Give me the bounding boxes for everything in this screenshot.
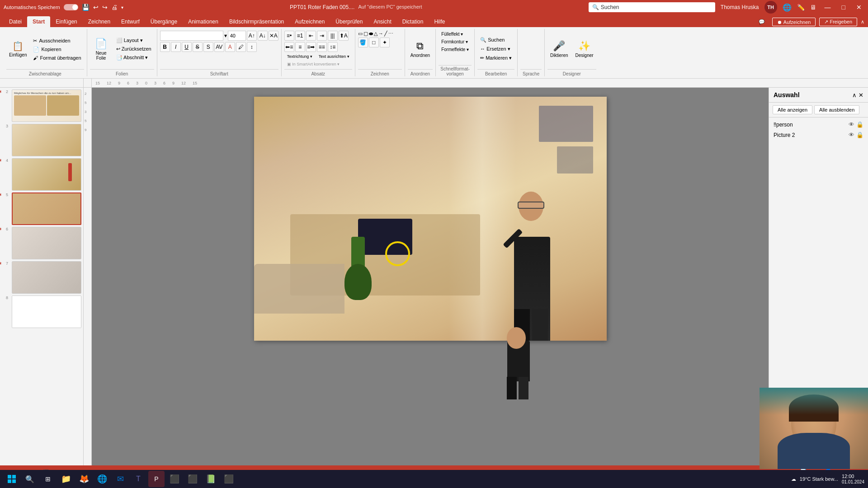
taskbar-app2[interactable]: ⬛: [184, 471, 201, 487]
neue-folie-button[interactable]: 📄 NeueFolie: [90, 36, 113, 62]
taskbar-app1[interactable]: ⬛: [166, 471, 183, 487]
smartart-button[interactable]: ▣ In SmartArt konvertieren ▾: [284, 61, 352, 67]
fülleffekt-button[interactable]: Fülleffekt ▾: [439, 31, 472, 38]
taskbar-browser[interactable]: 🦊: [76, 471, 92, 487]
einfügen-button[interactable]: 📋 Einfügen: [6, 39, 29, 59]
tab-entwurf[interactable]: Entwurf: [116, 16, 145, 27]
search-taskbar[interactable]: 🔍: [22, 471, 38, 487]
person-lock-icon[interactable]: 🔒: [856, 121, 863, 128]
tab-ansicht[interactable]: Ansicht: [368, 16, 396, 27]
font-decrease-button[interactable]: A↓: [258, 31, 268, 41]
tab-hilfe[interactable]: Hilfe: [429, 16, 450, 27]
justify-button[interactable]: ≡≡: [317, 42, 327, 52]
slide-canvas[interactable]: [254, 97, 607, 341]
font-size-input[interactable]: [228, 31, 246, 41]
anordnen-button[interactable]: ⧉ Anordnen: [408, 38, 433, 60]
tab-animationen[interactable]: Animationen: [183, 16, 224, 27]
start-button[interactable]: [4, 471, 20, 487]
align-right-button[interactable]: ≡➡: [306, 42, 316, 52]
freigeben-button[interactable]: ↗ Freigeben: [819, 18, 857, 26]
slide-thumb-4[interactable]: 4 ✱: [2, 158, 81, 191]
indent-more-button[interactable]: ⇥: [317, 31, 327, 41]
aufzeichnen-button[interactable]: ⏺ Aufzeichnen: [772, 18, 816, 26]
tab-einfügen[interactable]: Einfügen: [50, 16, 82, 27]
slide-img-4[interactable]: [12, 158, 81, 191]
ersetzen-button[interactable]: ↔ Ersetzen ▾: [477, 45, 514, 53]
line-shape[interactable]: ╱: [384, 31, 387, 37]
list-bullet-button[interactable]: ≡•: [284, 31, 294, 41]
ribbon-collapse-button[interactable]: ∧: [861, 18, 864, 26]
monitor-icon[interactable]: 🖥: [810, 4, 816, 11]
font-increase-button[interactable]: A↑: [247, 31, 257, 41]
rounded-rect-shape[interactable]: ▢: [363, 31, 368, 37]
list-num-button[interactable]: ≡1: [295, 31, 305, 41]
taskbar-teams[interactable]: T: [130, 471, 146, 487]
taskbar-file-manager[interactable]: 📁: [58, 471, 74, 487]
slide-thumb-8[interactable]: 8: [2, 296, 81, 328]
align-center-button[interactable]: ≡: [295, 42, 305, 52]
formkontur-button[interactable]: Formkontur ▾: [439, 38, 472, 45]
markieren-button[interactable]: ✏ Markieren ▾: [477, 54, 514, 62]
redo-icon[interactable]: ↪: [102, 4, 108, 11]
bold-button[interactable]: B: [160, 42, 170, 52]
tab-datei[interactable]: Datei: [4, 16, 27, 27]
slide-thumb-2[interactable]: 2 ✱ Mögliches für Menschen die zu tun ha…: [2, 89, 81, 122]
shadow-button[interactable]: S: [203, 42, 213, 52]
clear-format-button[interactable]: ✕A: [269, 31, 278, 41]
zurücksetzen-button[interactable]: ↩ Zurücksetzen: [113, 45, 154, 53]
picture2-visibility-icon[interactable]: 👁: [849, 131, 854, 138]
undo-icon[interactable]: ↩: [93, 4, 99, 11]
diktieren-button[interactable]: 🎤 Diktieren: [547, 38, 571, 60]
outline-button[interactable]: □: [369, 38, 379, 47]
highlight-button[interactable]: 🖊: [236, 42, 246, 52]
panel-chevron-up[interactable]: ∧: [852, 92, 857, 99]
tab-zeichnen[interactable]: Zeichnen: [83, 16, 116, 27]
text-ausrichten-button[interactable]: Text ausrichten ▾: [316, 53, 352, 60]
slide-img-5[interactable]: [12, 192, 81, 225]
triangle-shape[interactable]: △: [374, 31, 377, 37]
panel-item-picture2[interactable]: Picture 2 👁 🔒: [769, 130, 868, 140]
person-visibility-icon[interactable]: 👁: [849, 121, 854, 128]
slide-img-7[interactable]: [12, 261, 81, 294]
slide-thumb-5[interactable]: 5 ✱: [2, 192, 81, 225]
picture2-lock-icon[interactable]: 🔒: [856, 131, 863, 138]
autosave-toggle[interactable]: [64, 4, 78, 10]
suchen-button[interactable]: 🔍 Suchen: [477, 36, 514, 44]
close-button[interactable]: ✕: [854, 3, 864, 12]
save-icon[interactable]: 💾: [82, 4, 90, 11]
char-spacing-button[interactable]: AV: [214, 42, 224, 52]
slide-img-6[interactable]: [12, 227, 81, 259]
align-left-button[interactable]: ⬅≡: [284, 42, 294, 52]
tab-bildschirm[interactable]: Bildschirmpräsentation: [224, 16, 289, 27]
taskbar-mail[interactable]: ✉: [112, 471, 128, 487]
taskbar-chrome[interactable]: 🌐: [94, 471, 110, 487]
search-bar[interactable]: 🔍 Suchen: [589, 2, 715, 12]
italic-button[interactable]: I: [171, 42, 181, 52]
line-spacing-button[interactable]: ↕≡: [328, 42, 338, 52]
ausschneiden-button[interactable]: ✂ Ausschneiden: [30, 37, 84, 45]
underline-button[interactable]: U: [182, 42, 192, 52]
designer-button[interactable]: ✨ Designer: [573, 38, 596, 60]
more-shapes[interactable]: ⋯: [388, 31, 393, 37]
tab-übergänge[interactable]: Übergänge: [145, 16, 183, 27]
formeffekte-button[interactable]: Formeffekte ▾: [439, 46, 472, 53]
slide-img-3[interactable]: [12, 124, 81, 156]
font-name-input[interactable]: [160, 31, 223, 41]
comments-button[interactable]: 💬: [755, 18, 769, 26]
maximize-button[interactable]: □: [839, 3, 848, 12]
slide-thumb-6[interactable]: 6 ✱: [2, 227, 81, 259]
panel-item-person[interactable]: ‼person 👁 🔒: [769, 119, 868, 130]
font-color-button[interactable]: A: [225, 42, 235, 52]
taskview-button[interactable]: ⊞: [40, 471, 56, 487]
oval-shape[interactable]: ⬬: [369, 31, 373, 37]
kopieren-button[interactable]: 📄 Kopieren: [30, 46, 84, 53]
pen-icon[interactable]: ✏️: [797, 4, 805, 11]
abschnitt-button[interactable]: 📑 Abschnitt ▾: [113, 54, 154, 61]
fill-button[interactable]: 🪣: [358, 38, 368, 47]
tab-dictation[interactable]: Dictation: [397, 16, 429, 27]
tab-start[interactable]: Start: [27, 16, 50, 27]
slide-img-2[interactable]: Mögliches für Menschen die zu tun haben …: [12, 89, 81, 122]
text-dir-button[interactable]: ↕: [247, 42, 257, 52]
indent-less-button[interactable]: ⇤: [306, 31, 316, 41]
taskbar-app4[interactable]: ⬛: [221, 471, 237, 487]
